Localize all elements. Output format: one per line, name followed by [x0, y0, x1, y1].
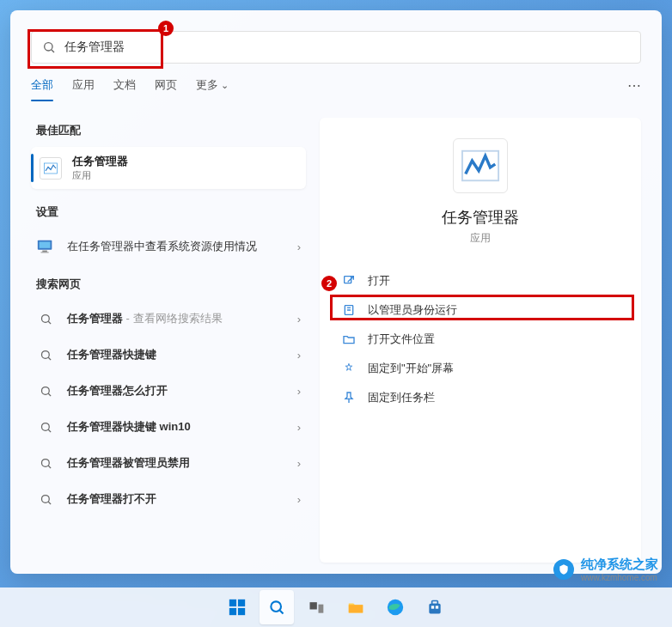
taskbar-edge[interactable] [378, 590, 412, 624]
detail-subtitle: 应用 [470, 231, 491, 246]
chevron-right-icon: › [297, 457, 301, 470]
chevron-right-icon: › [297, 493, 301, 506]
search-icon [36, 454, 55, 472]
section-best-match: 最佳匹配 [36, 123, 306, 138]
search-input-box[interactable] [31, 31, 641, 64]
tab-web[interactable]: 网页 [155, 77, 177, 101]
web-result-label: 任务管理器快捷键 [67, 347, 156, 362]
tab-apps[interactable]: 应用 [72, 77, 95, 101]
svg-rect-24 [229, 608, 236, 615]
monitor-icon [36, 237, 55, 256]
action-file-location[interactable]: 打开文件位置 [330, 325, 631, 354]
svg-line-10 [48, 357, 51, 360]
section-web: 搜索网页 [36, 277, 306, 292]
web-result-4[interactable]: 任务管理器被管理员禁用› [31, 445, 306, 481]
watermark-icon [553, 559, 574, 580]
actions-list: 打开 以管理员身份运行 打开文件位置 固定到"开始"屏幕 固定到任务栏 [320, 266, 641, 412]
tab-docs[interactable]: 文档 [113, 77, 136, 101]
chevron-right-icon: › [297, 313, 301, 326]
ellipsis-icon[interactable]: ⋯ [627, 77, 641, 94]
best-match-subtitle: 应用 [72, 169, 128, 182]
watermark-url: www.kzmhome.com [581, 573, 658, 582]
taskbar-start[interactable] [220, 590, 254, 624]
svg-rect-28 [310, 602, 317, 609]
svg-line-12 [48, 393, 51, 396]
search-icon [36, 490, 55, 508]
svg-rect-6 [41, 252, 49, 253]
action-file-location-label: 打开文件位置 [368, 332, 435, 347]
detail-panel: 任务管理器 应用 2 打开 以管理员身份运行 打开文件位置 [320, 118, 641, 563]
action-open-label: 打开 [368, 273, 390, 289]
svg-line-8 [48, 321, 51, 324]
taskbar-store[interactable] [418, 590, 452, 624]
svg-point-7 [41, 314, 49, 322]
search-icon [36, 381, 55, 400]
taskbar-explorer[interactable] [339, 590, 373, 624]
action-run-admin[interactable]: 以管理员身份运行 [330, 295, 631, 325]
web-result-0[interactable]: 任务管理器 - 查看网络搜索结果› [31, 301, 306, 337]
action-run-admin-label: 以管理员身份运行 [368, 302, 457, 318]
watermark-name: 纯净系统之家 [581, 557, 658, 571]
tab-all[interactable]: 全部 [31, 77, 53, 101]
results-column: 最佳匹配 任务管理器 应用 设置 在任务管理器中查看系统资源使用情况 › 搜索网… [31, 118, 306, 563]
taskbar-search[interactable] [260, 590, 294, 624]
best-match-title: 任务管理器 [72, 154, 128, 169]
svg-rect-22 [229, 600, 236, 606]
svg-rect-29 [319, 605, 324, 613]
chevron-right-icon: › [297, 385, 301, 398]
svg-rect-30 [349, 605, 363, 612]
settings-result[interactable]: 在任务管理器中查看系统资源使用情况 › [31, 228, 306, 265]
web-result-label: 任务管理器怎么打开 [67, 383, 168, 399]
web-result-label: 任务管理器快捷键 win10 [67, 419, 191, 435]
watermark: 纯净系统之家 www.kzmhome.com [553, 557, 658, 582]
folder-icon [342, 332, 356, 346]
web-result-label: 任务管理器 - 查看网络搜索结果 [67, 311, 223, 326]
svg-rect-25 [238, 608, 245, 615]
annotation-badge-1: 1 [158, 21, 174, 36]
tabs-row: 全部 应用 文档 网页 更多 ⋯ [10, 64, 662, 102]
searchbox-container [10, 10, 662, 64]
svg-rect-34 [431, 606, 434, 608]
action-pin-start-label: 固定到"开始"屏幕 [368, 361, 454, 376]
action-pin-start[interactable]: 固定到"开始"屏幕 [330, 354, 631, 383]
svg-point-17 [41, 495, 49, 502]
svg-line-1 [52, 50, 54, 52]
search-icon [36, 417, 55, 436]
taskbar-taskview[interactable] [299, 590, 333, 624]
tab-more[interactable]: 更多 [196, 77, 229, 101]
svg-rect-4 [40, 242, 51, 248]
action-open[interactable]: 打开 [330, 266, 631, 295]
web-result-5[interactable]: 任务管理器打不开› [31, 481, 306, 517]
search-icon [42, 40, 56, 54]
svg-rect-33 [432, 601, 438, 605]
taskbar [0, 587, 672, 627]
svg-rect-5 [42, 251, 47, 253]
chevron-right-icon: › [297, 349, 301, 362]
app-card: 任务管理器 应用 [320, 138, 641, 246]
svg-point-9 [41, 350, 49, 358]
svg-rect-35 [436, 606, 438, 608]
section-settings: 设置 [36, 204, 306, 220]
content-area: 最佳匹配 任务管理器 应用 设置 在任务管理器中查看系统资源使用情况 › 搜索网… [10, 102, 662, 563]
app-large-icon [453, 138, 508, 193]
action-pin-taskbar-label: 固定到任务栏 [368, 390, 435, 405]
pin-icon [342, 362, 356, 375]
open-icon [342, 274, 356, 288]
best-match-item[interactable]: 任务管理器 应用 [31, 147, 306, 189]
best-match-text: 任务管理器 应用 [72, 154, 128, 182]
web-result-1[interactable]: 任务管理器快捷键› [31, 337, 306, 373]
shield-icon [342, 303, 356, 317]
svg-line-27 [280, 611, 284, 614]
taskmgr-icon [40, 157, 62, 180]
action-pin-taskbar[interactable]: 固定到任务栏 [330, 383, 631, 412]
web-result-label: 任务管理器被管理员禁用 [67, 455, 190, 471]
chevron-right-icon: › [297, 240, 301, 253]
web-result-3[interactable]: 任务管理器快捷键 win10› [31, 409, 306, 445]
svg-line-18 [48, 502, 51, 504]
web-result-2[interactable]: 任务管理器怎么打开› [31, 373, 306, 409]
search-input[interactable] [64, 40, 630, 54]
svg-point-15 [41, 459, 49, 466]
settings-result-label: 在任务管理器中查看系统资源使用情况 [67, 239, 257, 254]
svg-rect-23 [238, 600, 245, 606]
svg-rect-32 [429, 604, 440, 614]
